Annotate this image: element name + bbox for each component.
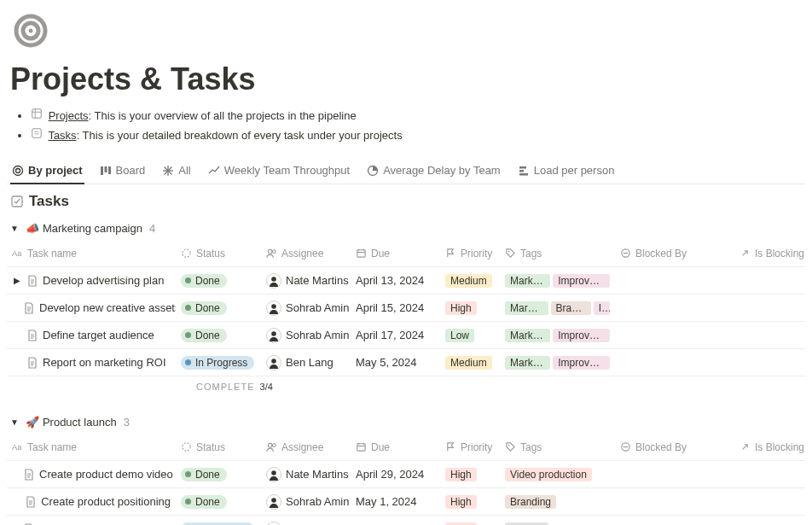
intro-desc-tasks: : This is your detailed breakdown of eve…	[77, 129, 403, 142]
row-expand-toggle[interactable]: ▶	[12, 276, 22, 285]
svg-rect-54	[357, 444, 365, 451]
intro-desc-projects: : This is your overview of all the proje…	[89, 109, 357, 122]
tab-label: Average Delay by Team	[383, 164, 501, 177]
svg-point-31	[508, 251, 510, 253]
col-blocked-label[interactable]: Blocked By	[635, 441, 687, 453]
col-blocking-label[interactable]: Is Blocking	[755, 441, 804, 453]
tab-label: Board	[116, 164, 146, 177]
list-icon	[31, 127, 43, 142]
col-priority-label[interactable]: Priority	[461, 248, 492, 260]
col-tags-label[interactable]: Tags	[520, 248, 542, 260]
document-icon	[25, 496, 37, 508]
intro-link-projects[interactable]: Projects	[49, 109, 89, 122]
tab-weekly-throughput[interactable]: Weekly Team Throughput	[206, 160, 351, 184]
intro-link-tasks[interactable]: Tasks	[48, 129, 76, 142]
line-chart-icon	[208, 165, 220, 177]
tag-pill: Branding	[551, 301, 591, 315]
svg-point-51	[183, 443, 190, 451]
assignee-name: Nate Martins	[286, 274, 349, 287]
avatar	[266, 355, 281, 370]
svg-point-58	[508, 445, 510, 446]
col-name-label[interactable]: Task name	[27, 248, 77, 260]
status-pill: Done	[181, 495, 227, 509]
svg-point-52	[268, 443, 272, 447]
assignee-name: Sohrab Amin	[286, 329, 349, 341]
group-name: 📣Marketing campaign	[26, 222, 142, 235]
table-row[interactable]: ▶Report on marketing ROIIn ProgressBen L…	[7, 349, 805, 376]
svg-point-26	[272, 250, 276, 254]
svg-rect-27	[357, 250, 365, 257]
tab-by-project[interactable]: By project	[10, 160, 84, 184]
due-date: May 5, 2024	[356, 356, 417, 369]
status-pill: Done	[181, 468, 227, 481]
svg-point-24	[183, 249, 190, 257]
due-date: April 29, 2024	[356, 468, 424, 481]
arrow-up-right-icon	[740, 441, 751, 452]
col-blocking-label[interactable]: Is Blocking	[755, 248, 804, 260]
col-status-label[interactable]: Status	[196, 248, 225, 260]
chevron-down-icon[interactable]: ▼	[10, 224, 19, 233]
task-name: Develop advertising plan	[43, 274, 164, 287]
chevron-down-icon[interactable]: ▼	[10, 417, 19, 427]
priority-pill: High	[445, 522, 477, 526]
table-row[interactable]: ▶Develop new creative assetsDoneSohrab A…	[7, 295, 805, 322]
priority-pill: High	[445, 495, 477, 509]
flag-icon	[445, 248, 456, 259]
col-assignee-label[interactable]: Assignee	[281, 441, 323, 453]
svg-rect-13	[108, 166, 111, 174]
arrow-up-right-icon	[740, 248, 751, 259]
status-pill: In Progress	[181, 356, 254, 370]
avatar	[266, 328, 281, 343]
svg-point-10	[16, 168, 20, 172]
avatar	[266, 273, 281, 289]
board-icon	[100, 165, 112, 177]
document-icon	[26, 275, 38, 287]
group-header[interactable]: ▼🚀Product launch3	[7, 411, 805, 434]
avatar	[266, 467, 281, 482]
col-blocked-label[interactable]: Blocked By	[635, 248, 687, 260]
tab-avg-delay[interactable]: Average Delay by Team	[365, 160, 502, 184]
table-row[interactable]: ▶Create product positioningDoneSohrab Am…	[7, 488, 805, 516]
tab-label: All	[178, 164, 190, 177]
tag-pill: Branding	[505, 495, 556, 509]
column-header-row: AaTask nameStatusAssigneeDuePriorityTags…	[7, 434, 805, 461]
col-due-label[interactable]: Due	[371, 248, 390, 260]
text-icon: Aa	[12, 441, 23, 452]
checkbox-icon	[10, 195, 24, 208]
col-tags-label[interactable]: Tags	[520, 441, 542, 453]
svg-point-68	[271, 498, 276, 503]
svg-point-9	[14, 166, 23, 175]
status-pill: Done	[181, 329, 227, 342]
status-pill: Done	[181, 274, 227, 288]
col-assignee-label[interactable]: Assignee	[281, 248, 323, 260]
priority-pill: High	[445, 468, 477, 481]
tag-pill: Marketing	[505, 356, 550, 370]
due-date: April 17, 2024	[356, 329, 424, 341]
col-priority-label[interactable]: Priority	[461, 441, 492, 453]
table-row[interactable]: ▶Develop advertising planDoneNate Martin…	[7, 267, 805, 295]
flag-icon	[445, 441, 456, 452]
avatar	[266, 300, 281, 316]
tab-load-per-person[interactable]: Load per person	[516, 160, 617, 184]
avatar	[266, 522, 281, 526]
svg-rect-6	[32, 129, 42, 138]
tag-icon	[505, 248, 516, 259]
table-row[interactable]: ▶Define target audienceDoneSohrab AminAp…	[7, 322, 805, 349]
tag-pill: Marketing	[505, 329, 550, 342]
snowflake-icon	[162, 165, 174, 177]
col-name-label[interactable]: Task name	[27, 441, 77, 453]
task-name: Define target audience	[43, 329, 154, 341]
tag-pill: Marketing	[505, 301, 548, 315]
tab-all[interactable]: All	[160, 160, 192, 184]
document-icon	[23, 302, 35, 314]
tab-board[interactable]: Board	[98, 160, 148, 184]
group-name: 🚀Product launch	[26, 416, 117, 429]
table-row[interactable]: ▶Monitor launch performanceIn ProgressBe…	[7, 516, 805, 525]
group-header[interactable]: ▼📣Marketing campaign4	[7, 217, 805, 240]
svg-rect-3	[32, 109, 42, 119]
col-due-label[interactable]: Due	[371, 441, 390, 453]
priority-pill: Low	[445, 329, 474, 342]
table-row[interactable]: ▶Create product demo videoDoneNate Marti…	[7, 461, 805, 488]
svg-point-49	[271, 359, 276, 364]
col-status-label[interactable]: Status	[196, 441, 225, 453]
